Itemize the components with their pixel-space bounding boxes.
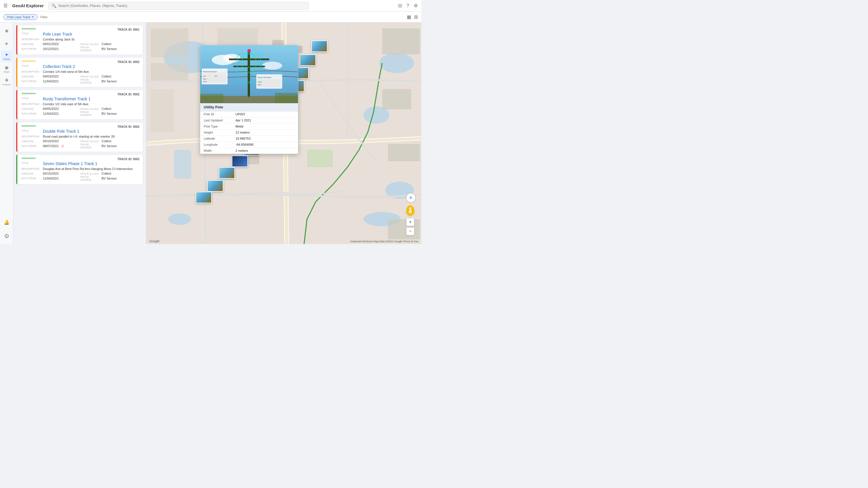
help-icon[interactable]: ?: [406, 3, 409, 8]
map-thumb-1[interactable]: [311, 40, 328, 52]
filterbar-icons: ▦ ⊞: [407, 14, 418, 20]
map-thumb-10[interactable]: [195, 192, 212, 203]
svg-rect-18: [307, 150, 333, 167]
settings-icon[interactable]: ⚙: [414, 3, 418, 8]
source-label-3: TRACK SOURCE:: [80, 143, 100, 149]
zoom-out-button[interactable]: −: [406, 227, 414, 235]
datafrom-label-4: DATA FROM: [22, 176, 42, 180]
topbar-actions: ⊟ ? ⚙: [398, 3, 418, 8]
map-thumb-9[interactable]: [207, 180, 223, 192]
active-filter-chip[interactable]: Pole Lean Track ✕: [3, 14, 38, 20]
search-input[interactable]: [58, 4, 306, 8]
sidebar-item-unknown2[interactable]: ◈: [1, 38, 12, 49]
track-card-3[interactable]: TRACK ID: 0002 TITLE Double Pole Track 1…: [16, 122, 143, 152]
track-id-badge-0: TRACK ID: 0001: [118, 28, 140, 31]
map-background: Road Cali Advisor item item Base Notes R…: [146, 23, 421, 244]
track-id-badge-2: TRACK ID: 0002: [118, 93, 140, 96]
track-split2-0: DATA FROM 10/12/2021 TRACK SOURCE: BV Se…: [22, 46, 139, 52]
source-label-1: TRACK SOURCE:: [80, 78, 100, 84]
svg-text:Height: Height: [258, 81, 262, 83]
sidebar-item-projects[interactable]: ❖ Projects: [1, 76, 12, 87]
popup-table-row: Pole IDUP007: [200, 111, 298, 118]
svg-text:Notes: Notes: [203, 81, 207, 83]
class-half-1: TRACK CLASS: Collect: [80, 74, 139, 78]
sidebar-item-maps[interactable]: ◉ Maps: [1, 63, 12, 74]
track-card-1[interactable]: TRACK ID: 0002 TITLE Collection Track 2 …: [16, 57, 143, 87]
track-desc-1: Corridor 1/4 mile west of 5th Ave.: [43, 70, 90, 73]
sidebar-item-notifications[interactable]: 🔔: [1, 216, 12, 228]
grid-icon[interactable]: ⊞: [414, 14, 418, 20]
datafrom-label-0: DATA FROM: [22, 47, 42, 50]
compass-button[interactable]: ✛: [406, 193, 415, 202]
zoom-in-button[interactable]: +: [406, 218, 414, 226]
projects-icon: ❖: [5, 77, 9, 83]
track-class-2: Collect: [101, 107, 112, 110]
track-source-4: BV Sensor: [101, 176, 117, 180]
track-card-4[interactable]: TRACK ID: 0002 TITLE Seven States Phase …: [16, 154, 143, 185]
utility-pole-popup: Road Cali Advisor item item Base Notes R…: [200, 45, 298, 154]
title-label-1: TITLE: [22, 64, 42, 67]
created-label-3: CREATED: [22, 140, 42, 143]
popup-field-label: Pole ID: [200, 111, 232, 118]
track-card-2[interactable]: TRACK ID: 0002 TITLE Rusty Transformer T…: [16, 90, 143, 120]
created-half-3: CREATED 04/10/2022: [22, 139, 80, 143]
popup-data: Utility Pole Pole IDUP007Last UpdatedApr…: [200, 103, 298, 154]
filter-icon[interactable]: ⊟: [398, 3, 402, 8]
track-title-3[interactable]: Double Pole Track 1: [43, 129, 79, 134]
title-label-2: TITLE: [22, 97, 42, 100]
track-source-1: BV Sensor: [101, 79, 117, 83]
track-title-4[interactable]: Seven States Phase 1 Track 1: [43, 161, 97, 166]
map-thumb-7[interactable]: [232, 156, 248, 167]
filterbar: Pole Lean Track ✕ Filter: ▦ ⊞: [0, 11, 421, 23]
track-split2-1: DATA FROM 11/04/2021 TRACK SOURCE: BV Se…: [22, 78, 139, 84]
sidebar-item-unknown1[interactable]: ◉: [1, 25, 12, 36]
svg-rect-35: [275, 93, 298, 103]
power-icon: ⏻: [4, 233, 9, 238]
datafrom-label-2: DATA FROM: [22, 112, 42, 115]
popup-field-value: 2 meters: [232, 148, 298, 154]
track-desc-4: Douglas Ave at Bent Pine Rd thru Hanging…: [43, 167, 133, 170]
map-attribution: Keyboard shortcuts Map Data ©2022 Google…: [350, 240, 418, 243]
popup-field-label: Latitude: [200, 136, 232, 142]
track-id-label-2: TRACK ID:: [118, 93, 132, 96]
class-label-0: TRACK CLASS:: [80, 42, 100, 46]
search-bar[interactable]: 🔍: [48, 2, 309, 9]
popup-field-value: 19.966753: [232, 136, 298, 142]
track-split2-3: DATA FROM 08/07/2021 ⚠ TRACK SOURCE: BV …: [22, 143, 139, 149]
popup-table-row: Latitude19.966753: [200, 136, 298, 142]
datafrom-half-3: DATA FROM 08/07/2021 ⚠: [22, 143, 80, 149]
sidebar-item-tracks[interactable]: ✦ Tracks: [1, 50, 12, 62]
track-created-1: 04/03/2022: [43, 74, 59, 78]
svg-rect-10: [151, 89, 174, 132]
pegman-button[interactable]: [406, 205, 414, 216]
left-sidebar: ◉ ◈ ✦ Tracks ◉ Maps ❖ Projects 🔔 ⏻: [0, 23, 13, 244]
map-thumb-2[interactable]: [300, 54, 316, 66]
filter-label: Filter:: [40, 15, 49, 19]
track-desc-row-0: DESCRIPTION Corridor along Jack St.: [22, 38, 139, 41]
menu-icon[interactable]: ☰: [3, 3, 7, 8]
track-title-0[interactable]: Pole Lean Track: [43, 32, 72, 36]
created-half-4: CREATED 04/15/2022: [22, 172, 80, 175]
filter-chip-close[interactable]: ✕: [32, 15, 34, 19]
desc-label-3: DESCRIPTION: [22, 135, 42, 138]
svg-rect-9: [151, 63, 188, 80]
class-label-3: TRACK CLASS:: [80, 140, 100, 143]
track-title-2[interactable]: Rusty Transformer Track 1: [43, 97, 91, 101]
created-label-2: CREATED: [22, 107, 42, 110]
map-thumb-8[interactable]: [219, 167, 235, 178]
map-area[interactable]: Road Cali Advisor item item Base Notes R…: [146, 23, 421, 244]
popup-table-row: Height12 meters: [200, 130, 298, 136]
created-half-2: CREATED 04/05/2022: [22, 107, 80, 110]
track-datafrom-1: 11/04/2021: [43, 79, 59, 83]
layers-icon[interactable]: ▦: [407, 14, 411, 20]
datafrom-half-1: DATA FROM 11/04/2021: [22, 78, 80, 84]
sidebar-item-power[interactable]: ⏻: [1, 230, 12, 242]
svg-rect-7: [174, 150, 191, 178]
class-half-0: TRACK CLASS: Collect: [80, 42, 139, 46]
track-source-3: BV Sensor: [101, 144, 117, 148]
track-source-0: BV Sensor: [101, 47, 117, 51]
map-logo: Google: [149, 239, 159, 243]
track-split-1: CREATED 04/03/2022 TRACK CLASS: Collect: [22, 74, 139, 78]
track-title-1[interactable]: Collection Track 2: [43, 64, 75, 69]
track-card-0[interactable]: TRACK ID: 0001 TITLE Pole Lean Track DES…: [16, 25, 143, 55]
